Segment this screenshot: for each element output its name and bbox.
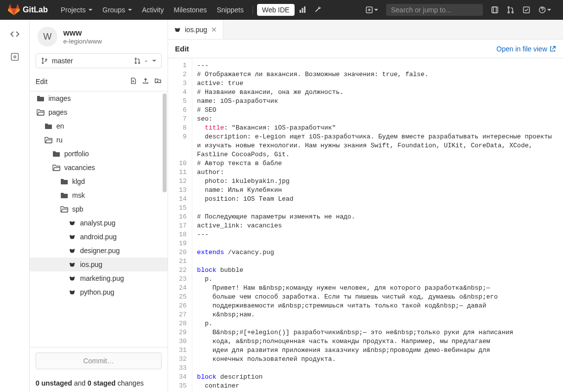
chart-icon[interactable] [295,0,310,20]
folder-icon [37,95,44,102]
tree-label: designer.pug [80,247,120,255]
tree-item-images[interactable]: images [30,91,168,105]
upload-icon[interactable] [142,77,149,86]
commit-button[interactable]: Commit… [36,352,162,369]
branch-icon [41,57,48,64]
svg-point-39 [175,28,177,30]
folder-icon [60,192,68,199]
tree-label: marketing.pug [80,274,124,282]
tab-filename: ios.pug [185,26,207,34]
tree-item-analyst-pug[interactable]: analyst.pug [30,216,168,230]
nav-projects[interactable]: Projects [56,0,98,20]
tree-item-vacancies[interactable]: vacancies [30,161,168,174]
svg-point-19 [139,62,140,64]
tree-item-spb[interactable]: spb [30,202,168,216]
code-content[interactable]: ---# Отображается ли вакансия. Возможные… [192,58,563,392]
svg-rect-2 [304,6,305,13]
folder-open-icon [52,164,60,171]
open-in-file-view-link[interactable]: Open in file view [496,45,556,53]
tree-label: images [48,94,71,102]
tree-label: en [56,122,64,130]
tree-item-ru[interactable]: ru [30,133,168,147]
tree-label: klgd [72,177,85,185]
chevron-down-icon [152,60,156,62]
tanuki-icon [8,4,20,16]
search-box[interactable] [386,4,483,16]
pug-icon [68,219,76,226]
tree-scrollbar[interactable] [163,93,167,192]
branch-selector-row: master - [30,53,168,72]
folder-open-icon [44,136,52,143]
issues-icon[interactable] [487,0,503,20]
todos-icon[interactable] [519,0,534,20]
tree-item-pages[interactable]: pages [30,105,168,119]
tree-label: android.pug [80,233,117,241]
tree-item-klgd[interactable]: klgd [30,174,168,188]
folder-icon [60,178,68,185]
tab-ios-pug[interactable]: ios.pug ✕ [168,20,223,39]
svg-rect-0 [300,10,301,13]
tree-label: ios.pug [80,261,102,268]
svg-point-15 [42,62,43,64]
pug-icon [68,247,76,254]
code-editor[interactable]: 1234567891011121314151617181920212223242… [168,58,563,392]
svg-point-36 [70,291,72,293]
svg-point-28 [73,249,75,251]
svg-point-40 [178,28,180,30]
tree-label: python.pug [80,288,114,296]
commit-area: Commit… [30,347,168,374]
search-input[interactable] [391,6,477,14]
file-tree[interactable]: imagespagesenruportfoliovacanciesklgdmsk… [30,91,168,347]
tree-label: pages [48,108,67,116]
nav-groups[interactable]: Groups [97,0,137,20]
section-header: Edit [30,72,168,91]
activity-rail [0,20,30,392]
rail-review-icon[interactable] [8,50,21,63]
new-folder-icon[interactable] [154,77,162,86]
brand-text: GitLab [23,5,48,14]
tab-close-icon[interactable]: ✕ [211,26,217,34]
tree-item-ios-pug[interactable]: ios.pug [30,258,168,271]
tree-item-portfolio[interactable]: portfolio [30,147,168,161]
svg-point-14 [42,58,43,59]
tree-item-designer-pug[interactable]: designer.pug [30,244,168,258]
tree-label: portfolio [64,150,89,158]
pug-icon [68,289,76,296]
svg-point-33 [70,277,72,279]
merge-requests-icon[interactable] [503,0,519,20]
nav-milestones[interactable]: Milestones [169,0,212,20]
line-gutter: 1234567891011121314151617181920212223242… [168,58,192,392]
branch-selector[interactable]: master - [36,53,162,68]
tree-item-en[interactable]: en [30,119,168,133]
topbar: GitLab Projects Groups Activity Mileston… [0,0,563,20]
sidebar: W www e-legion/www master - Edit [30,20,168,392]
pug-icon [68,233,76,240]
project-header[interactable]: W www e-legion/www [30,20,168,53]
tree-item-python-pug[interactable]: python.pug [30,285,168,299]
project-avatar: W [38,27,57,46]
svg-point-7 [508,7,510,8]
new-file-icon[interactable] [130,77,137,86]
svg-point-18 [135,62,137,64]
tabs-bar: ios.pug ✕ [168,20,563,40]
nav-separator [253,5,253,14]
gitlab-logo[interactable]: GitLab [8,4,48,16]
tree-item-marketing-pug[interactable]: marketing.pug [30,271,168,285]
rail-code-icon[interactable] [8,28,21,41]
svg-point-21 [70,221,72,223]
nav-snippets[interactable]: Snippets [212,0,248,20]
webide-button[interactable]: Web IDE [257,4,295,16]
help-icon[interactable] [534,0,555,20]
tree-item-android-pug[interactable]: android.pug [30,230,168,244]
status-line: 0 unstaged and 0 staged changes [30,374,168,392]
tree-item-msk[interactable]: msk [30,188,168,202]
wrench-icon[interactable] [310,0,326,20]
svg-point-24 [70,235,72,237]
editor-toolbar: Edit Open in file view [168,40,563,58]
svg-point-27 [70,249,72,251]
external-link-icon [549,45,556,52]
folder-icon [52,150,60,157]
project-path: e-legion/www [63,38,102,45]
plus-icon[interactable] [361,0,382,20]
nav-activity[interactable]: Activity [137,0,169,20]
